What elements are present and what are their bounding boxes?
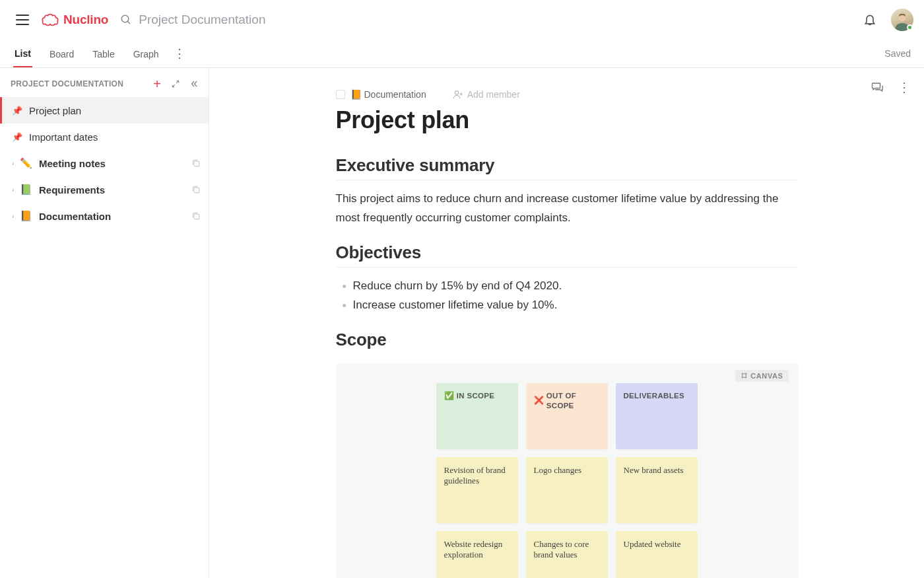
svg-rect-4 <box>194 188 199 193</box>
sidebar-item-important-dates[interactable]: 📌 Important dates <box>0 124 209 150</box>
chevron-right-icon[interactable]: › <box>12 160 16 167</box>
bell-icon[interactable] <box>863 13 876 26</box>
svg-point-9 <box>742 377 743 378</box>
avatar[interactable] <box>891 9 913 31</box>
save-status: Saved <box>884 48 911 59</box>
pencil-icon: ✏️ <box>20 157 32 169</box>
collapse-sidebar-icon[interactable] <box>187 77 201 90</box>
collection-icon <box>191 159 201 168</box>
tab-board[interactable]: Board <box>48 41 75 67</box>
sidebar-item-requirements[interactable]: › 📗 Requirements <box>0 176 209 203</box>
collection-icon <box>191 211 201 221</box>
view-tabs: List Board Table Graph ⋮ Saved <box>0 40 924 68</box>
brain-icon <box>41 13 59 27</box>
cross-icon: ❌ <box>534 396 544 406</box>
svg-point-7 <box>742 373 743 375</box>
svg-point-6 <box>455 91 458 94</box>
sidebar-title: PROJECT DOCUMENTATION <box>11 79 145 89</box>
chevron-right-icon[interactable]: › <box>12 186 16 194</box>
presence-indicator <box>907 24 913 30</box>
add-member-button[interactable]: Add member <box>453 89 520 100</box>
sidebar-item-documentation[interactable]: › 📙 Documentation <box>0 203 209 229</box>
search-field[interactable]: Project Documentation <box>120 13 851 27</box>
executive-summary-text: This project aims to reduce churn and in… <box>336 190 798 228</box>
comments-icon[interactable] <box>871 81 883 93</box>
heading-objectives: Objectives <box>336 242 798 268</box>
canvas-badge: CANVAS <box>735 370 788 382</box>
view-more-icon[interactable]: ⋮ <box>174 48 185 59</box>
search-placeholder: Project Documentation <box>139 13 265 27</box>
svg-line-1 <box>128 21 131 24</box>
canvas-card[interactable]: ❌OUT OF SCOPE <box>526 383 608 449</box>
canvas-icon <box>741 372 748 379</box>
menu-icon[interactable] <box>16 15 29 25</box>
list-item: Reduce churn by 15% by end of Q4 2020. <box>340 277 798 296</box>
page-title: Project plan <box>336 106 798 134</box>
sidebar-item-meeting-notes[interactable]: › ✏️ Meeting notes <box>0 150 209 176</box>
heading-scope: Scope <box>336 330 798 354</box>
canvas-card[interactable]: Website redesign exploration <box>436 531 518 578</box>
canvas-card[interactable]: DELIVERABLES <box>616 383 698 449</box>
objectives-list: Reduce churn by 15% by end of Q4 2020. I… <box>336 277 798 315</box>
canvas-card[interactable]: New brand assets <box>616 457 698 523</box>
pin-icon: 📌 <box>12 132 22 142</box>
book-icon: 📗 <box>20 184 32 196</box>
logo-text: Nuclino <box>63 13 108 27</box>
canvas-card[interactable]: Logo changes <box>526 457 608 523</box>
svg-rect-5 <box>194 214 199 219</box>
topbar: Nuclino Project Documentation <box>0 0 924 40</box>
heading-executive-summary: Executive summary <box>336 155 798 180</box>
search-icon <box>120 14 132 26</box>
expand-icon[interactable] <box>169 77 182 90</box>
breadcrumb-folder[interactable]: 📙Documentation <box>336 89 426 100</box>
check-icon: ✅ <box>444 391 454 402</box>
logo[interactable]: Nuclino <box>41 13 108 27</box>
sidebar: PROJECT DOCUMENTATION + 📌 Project plan 📌… <box>0 68 209 578</box>
chevron-right-icon[interactable]: › <box>12 213 16 220</box>
svg-point-0 <box>122 15 129 22</box>
tab-graph[interactable]: Graph <box>132 41 160 67</box>
svg-rect-3 <box>194 161 199 166</box>
collection-icon <box>191 185 201 194</box>
list-item: Increase customer lifetime value by 10%. <box>340 296 798 315</box>
tab-table[interactable]: Table <box>91 41 116 67</box>
pin-icon: 📌 <box>12 106 22 116</box>
add-member-icon <box>453 89 463 100</box>
book-icon: 📙 <box>20 210 32 222</box>
sidebar-item-project-plan[interactable]: 📌 Project plan <box>0 97 209 124</box>
checkbox-icon[interactable] <box>336 90 345 99</box>
svg-point-10 <box>746 377 747 378</box>
canvas-card[interactable]: Revision of brand guidelines <box>436 457 518 523</box>
canvas-embed[interactable]: CANVAS ✅IN SCOPE ❌OUT OF SCOPE DELIVERAB… <box>336 363 798 578</box>
canvas-card[interactable]: Updated website <box>616 531 698 578</box>
more-icon[interactable]: ⋮ <box>898 81 909 93</box>
canvas-card[interactable]: Changes to core brand values <box>526 531 608 578</box>
main-content: ⋮ 📙Documentation Add member Project plan… <box>209 68 924 578</box>
canvas-card[interactable]: ✅IN SCOPE <box>436 383 518 449</box>
breadcrumb: 📙Documentation Add member <box>336 87 798 100</box>
tab-list[interactable]: List <box>13 40 32 67</box>
svg-point-8 <box>746 373 747 375</box>
add-item-icon[interactable]: + <box>150 77 164 90</box>
